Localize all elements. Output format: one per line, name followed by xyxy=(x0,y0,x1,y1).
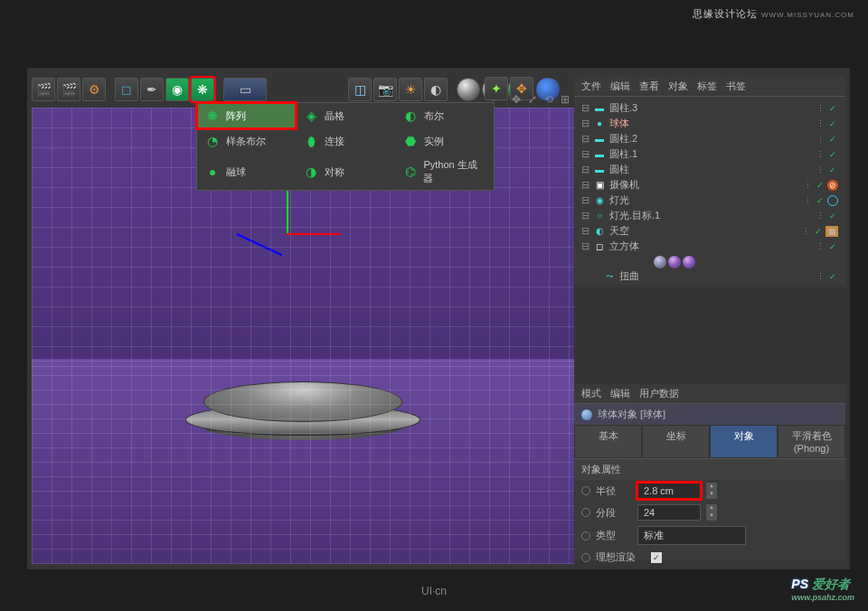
ufo-top xyxy=(203,381,402,422)
splinemask-icon: ◔ xyxy=(204,133,221,149)
light-button[interactable]: ☀ xyxy=(399,78,422,101)
menu-label: 阵列 xyxy=(226,109,246,123)
ps-text: PS xyxy=(791,577,808,591)
app-frame: 思缘设计论坛 WWW.MISSYUAN.COM 🎬 🎬 ⚙ ◻ ✒ ◉ ❋ ▭ … xyxy=(0,0,868,611)
attr-tabs: 基本 坐标 对象 平滑着色(Phong) xyxy=(574,425,845,458)
render-view-button[interactable]: 🎬 xyxy=(32,78,55,101)
array-generator-button[interactable]: ❋ xyxy=(191,78,214,101)
anim-dot[interactable] xyxy=(581,508,590,517)
om-menu-file[interactable]: 文件 xyxy=(581,80,601,93)
floor-button[interactable]: ◫ xyxy=(348,78,372,101)
om-menu-view[interactable]: 查看 xyxy=(639,80,659,93)
om-item[interactable]: ⊟▣摄像机⋮✓⊘ xyxy=(574,177,845,193)
om-item[interactable]: ⊟◐天空⋮✓▦ xyxy=(574,223,845,239)
object-manager: 文件 编辑 查看 对象 标签 书签 ⊟▬圆柱.3⋮✓⊟●球体⋮✓⊟▬圆柱.2⋮✓… xyxy=(574,77,845,285)
segments-label: 分段 xyxy=(596,506,632,520)
rotate-icon[interactable]: ⟲ xyxy=(544,93,553,106)
maximize-icon[interactable]: ⊞ xyxy=(561,93,570,106)
c4d-app: 🎬 🎬 ⚙ ◻ ✒ ◉ ❋ ▭ ◫ 📷 ☀ ◐ ✦ ✥ ✥ xyxy=(27,68,850,569)
watermark-bottom-right: PS 爱好者 www.psahz.com xyxy=(791,577,854,602)
menu-boole[interactable]: ◐布尔 xyxy=(395,103,494,128)
watermark-url: WWW.MISSYUAN.COM xyxy=(761,11,854,19)
gizmo-z-axis[interactable] xyxy=(237,233,283,256)
attr-menu-edit[interactable]: 编辑 xyxy=(610,387,630,400)
tab-phong[interactable]: 平滑着色(Phong) xyxy=(778,425,845,458)
attr-row-type: 类型 标准 xyxy=(574,523,845,548)
main-toolbar: 🎬 🎬 ⚙ ◻ ✒ ◉ ❋ ▭ xyxy=(32,77,267,102)
camera-button[interactable]: 📷 xyxy=(373,78,397,101)
sphere-icon xyxy=(581,409,592,420)
array-icon: ❋ xyxy=(204,108,221,124)
pan-icon[interactable]: ✥ xyxy=(512,93,521,106)
om-item[interactable]: ⊟▬圆柱.3⋮✓ xyxy=(574,100,845,116)
om-item[interactable]: ⊟○灯光.目标.1⋮✓ xyxy=(574,208,845,223)
watermark-center: UI·cn xyxy=(421,585,447,597)
om-item[interactable]: ⊟▬圆柱⋮✓ xyxy=(574,162,845,177)
attr-header: 球体对象 [球体] xyxy=(574,404,845,425)
om-menu-object[interactable]: 对象 xyxy=(668,80,688,93)
om-item[interactable]: ⊟◻立方体⋮✓ xyxy=(574,239,845,254)
metaball-icon: ● xyxy=(204,164,221,180)
ps-suffix: 爱好者 xyxy=(808,577,850,591)
segments-stepper[interactable]: ▲▼ xyxy=(706,504,717,521)
spline-button[interactable]: ✒ xyxy=(140,78,164,101)
render-checkbox[interactable]: ✓ xyxy=(651,552,662,563)
axis-button[interactable]: ✦ xyxy=(485,77,508,100)
menu-lattice[interactable]: ◈晶格 xyxy=(296,103,394,128)
tab-basic[interactable]: 基本 xyxy=(574,425,642,458)
instance-icon: ⬣ xyxy=(402,133,419,149)
generator-dropdown: ❋阵列 ◈晶格 ◐布尔 ◔样条布尔 ⬮连接 ⬣实例 ●融球 ◑对称 ⌬Pytho… xyxy=(196,102,495,191)
om-menu-bookmarks[interactable]: 书签 xyxy=(726,80,746,93)
symmetry-icon: ◑ xyxy=(303,164,319,180)
subdivision-button[interactable]: ◉ xyxy=(165,78,189,101)
menu-label: 融球 xyxy=(226,165,246,179)
menu-symmetry[interactable]: ◑对称 xyxy=(296,154,394,190)
anim-dot[interactable] xyxy=(581,553,590,562)
radius-input[interactable] xyxy=(637,483,701,499)
render-settings-button[interactable]: ⚙ xyxy=(82,78,106,101)
zoom-icon[interactable]: ⤢ xyxy=(528,93,537,106)
cube-primitive-button[interactable]: ◻ xyxy=(115,78,138,101)
menu-array[interactable]: ❋阵列 xyxy=(197,103,296,128)
watermark-center-text: UI·cn xyxy=(421,585,447,597)
om-menu-edit[interactable]: 编辑 xyxy=(610,80,630,93)
material-preview-1[interactable] xyxy=(457,78,480,101)
tab-coord[interactable]: 坐标 xyxy=(642,425,710,458)
om-item[interactable]: ⊟▬圆柱.2⋮✓ xyxy=(574,131,845,146)
attr-menu-userdata[interactable]: 用户数据 xyxy=(639,387,679,400)
ps-url: www.psahz.com xyxy=(791,593,854,602)
om-item[interactable]: ⊟▬圆柱.1⋮✓ xyxy=(574,146,845,162)
boole-icon: ◐ xyxy=(402,108,419,124)
python-icon: ⌬ xyxy=(402,164,419,180)
menu-label: 晶格 xyxy=(325,109,344,123)
menu-spline-mask[interactable]: ◔样条布尔 xyxy=(197,128,296,154)
om-menu-tags[interactable]: 标签 xyxy=(697,80,717,93)
deformer-button[interactable]: ▭ xyxy=(223,78,267,101)
anim-dot[interactable] xyxy=(581,486,590,495)
menu-instance[interactable]: ⬣实例 xyxy=(395,128,494,154)
viewport-nav-icons: ✥ ⤢ ⟲ ⊞ xyxy=(512,93,570,106)
type-select[interactable]: 标准 xyxy=(637,526,746,545)
connect-icon: ⬮ xyxy=(303,133,319,149)
om-item[interactable]: ⊟●球体⋮✓ xyxy=(574,116,845,131)
render-label: 理想渲染 xyxy=(596,550,646,564)
menu-label: 对称 xyxy=(325,165,344,179)
anim-dot[interactable] xyxy=(581,531,590,540)
radius-label: 半径 xyxy=(596,484,632,498)
menu-label: Python 生成器 xyxy=(423,158,486,185)
om-menubar: 文件 编辑 查看 对象 标签 书签 xyxy=(574,77,845,97)
om-item[interactable]: ⊟◉灯光⋮✓ xyxy=(574,193,845,208)
menu-label: 样条布尔 xyxy=(226,135,266,148)
gizmo-x-axis[interactable] xyxy=(287,233,341,235)
segments-input[interactable] xyxy=(637,504,701,521)
radius-stepper[interactable]: ▲▼ xyxy=(706,483,717,499)
menu-python[interactable]: ⌬Python 生成器 xyxy=(395,154,494,190)
menu-label: 实例 xyxy=(424,135,444,148)
render-pv-button[interactable]: 🎬 xyxy=(57,78,80,101)
menu-metaball[interactable]: ●融球 xyxy=(197,154,296,190)
scene-button[interactable]: ◐ xyxy=(424,78,448,101)
om-item[interactable]: ⤳扭曲⋮✓ xyxy=(574,268,845,284)
attr-menu-mode[interactable]: 模式 xyxy=(581,387,601,400)
menu-connect[interactable]: ⬮连接 xyxy=(296,128,394,154)
tab-object[interactable]: 对象 xyxy=(710,425,778,458)
